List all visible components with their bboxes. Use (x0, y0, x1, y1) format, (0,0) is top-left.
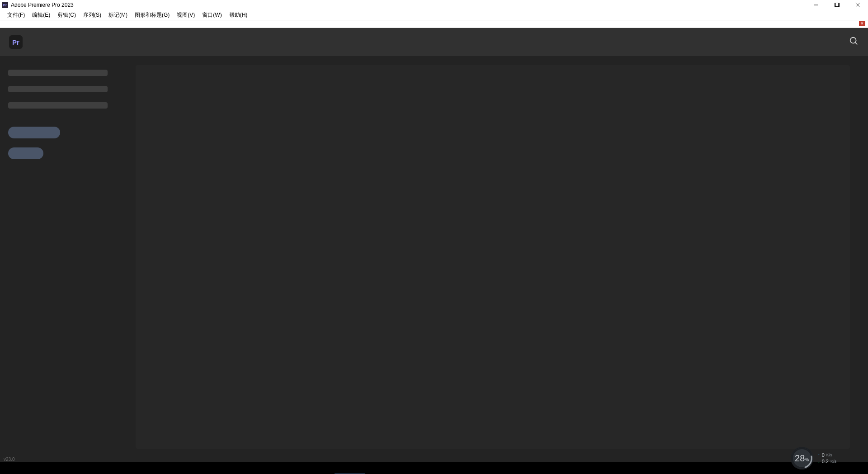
menu-bar: 文件(F) 编辑(E) 剪辑(C) 序列(S) 标记(M) 图形和标题(G) 视… (0, 10, 868, 20)
document-close-button[interactable]: ✕ (859, 21, 865, 26)
arrow-down-icon: ↓ (818, 459, 820, 464)
home-logo[interactable]: Pr (9, 35, 23, 49)
upload-value: 0 (822, 452, 825, 458)
download-line: ↓ 0.2 K/s (818, 459, 836, 464)
document-strip: ✕ (0, 20, 868, 28)
title-bar: Pr Adobe Premiere Pro 2023 (0, 0, 868, 10)
menu-window[interactable]: 窗口(W) (198, 10, 225, 20)
search-button[interactable] (849, 36, 859, 48)
maximize-icon (834, 2, 840, 8)
network-widget[interactable]: 28 % ↑ 0 K/s ↓ 0.2 K/s (791, 447, 836, 469)
close-icon (855, 2, 860, 8)
menu-marker[interactable]: 标记(M) (105, 10, 131, 20)
svg-rect-2 (836, 3, 840, 7)
menu-view[interactable]: 视图(V) (173, 10, 198, 20)
version-label: v23.0 (4, 457, 14, 462)
menu-sequence[interactable]: 序列(S) (80, 10, 105, 20)
x-icon: ✕ (860, 22, 864, 26)
minimize-button[interactable] (806, 0, 826, 10)
sidebar (0, 56, 127, 462)
app-shell: Pr v23.0 (0, 28, 868, 462)
arrow-up-icon: ↑ (818, 453, 820, 458)
upload-line: ↑ 0 K/s (818, 452, 836, 458)
maximize-button[interactable] (826, 0, 847, 10)
download-unit: K/s (830, 459, 836, 464)
menu-help[interactable]: 帮助(H) (226, 10, 251, 20)
app-title: Adobe Premiere Pro 2023 (11, 2, 74, 8)
sidebar-skeleton-button (8, 127, 60, 138)
upload-unit: K/s (826, 453, 832, 457)
app-main: v23.0 (0, 56, 868, 462)
taskbar[interactable] (0, 462, 868, 474)
cpu-percent: % (805, 457, 809, 462)
sidebar-skeleton-line (8, 70, 108, 76)
menu-graphics[interactable]: 图形和标题(G) (131, 10, 173, 20)
cpu-value: 28 (795, 453, 805, 464)
minimize-icon (813, 2, 819, 8)
title-left: Pr Adobe Premiere Pro 2023 (2, 2, 74, 8)
window-controls (806, 0, 868, 10)
download-value: 0.2 (822, 459, 829, 464)
app-icon: Pr (2, 2, 8, 8)
menu-clip[interactable]: 剪辑(C) (54, 10, 80, 20)
search-icon (849, 36, 859, 46)
svg-point-5 (850, 38, 856, 43)
cpu-gauge: 28 % (791, 447, 813, 469)
menu-file[interactable]: 文件(F) (4, 10, 28, 20)
sidebar-skeleton-line (8, 86, 108, 92)
close-button[interactable] (847, 0, 868, 10)
svg-line-6 (855, 43, 858, 45)
net-speeds: ↑ 0 K/s ↓ 0.2 K/s (818, 452, 836, 464)
content-panel (136, 65, 850, 449)
app-topbar: Pr (0, 28, 868, 56)
sidebar-skeleton-button (8, 147, 43, 159)
menu-edit[interactable]: 编辑(E) (28, 10, 54, 20)
sidebar-skeleton-line (8, 102, 108, 109)
svg-rect-1 (835, 3, 839, 7)
